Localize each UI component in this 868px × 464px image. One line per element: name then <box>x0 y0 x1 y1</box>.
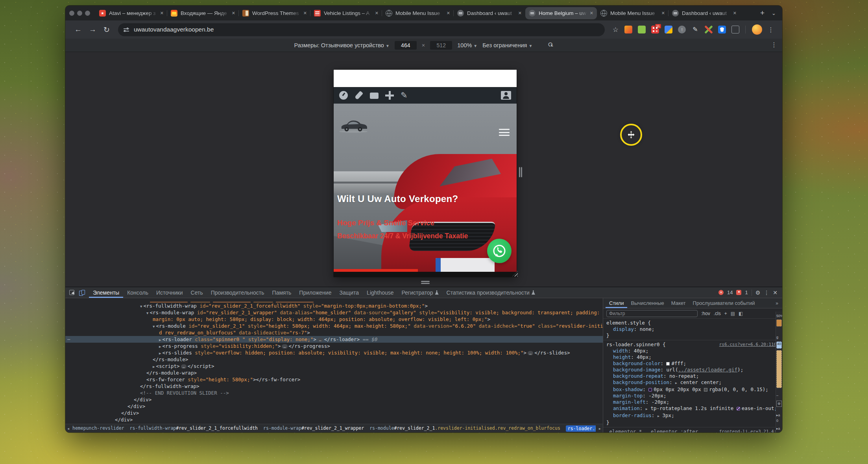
swbz-swatch[interactable] <box>737 407 740 410</box>
browser-tab[interactable]: Atavi – менеджер з✕ <box>96 7 167 19</box>
tab-close-icon[interactable]: ✕ <box>303 11 307 16</box>
css-resource-link[interactable]: ../assets/loader.gif <box>678 367 738 373</box>
expand-arrow-icon[interactable]: ▶ <box>675 381 679 385</box>
breadcrumb-item[interactable]: rs-module-wrap#rev_slider_2_1_wrapper <box>263 425 364 432</box>
tree-row[interactable]: </div> <box>65 416 603 423</box>
devtools-tab[interactable]: Статистика производительности <box>443 287 539 298</box>
css-property[interactable]: height: 40px; <box>606 354 779 360</box>
device-toolbar-toggle-icon[interactable] <box>79 290 85 295</box>
tree-row[interactable]: </rs-fullwidth-wrap> <box>65 383 603 390</box>
ext-translate-icon[interactable] <box>665 26 672 33</box>
throttling-select[interactable]: Без ограничения▼ <box>482 42 532 48</box>
tree-row[interactable]: </rs-module> <box>65 356 603 363</box>
ext-clipboard-icon[interactable] <box>731 26 739 33</box>
close-window-button[interactable] <box>69 11 74 16</box>
browser-tab[interactable]: WordPress Themes✕ <box>239 7 310 19</box>
sidebar-toggle-icon[interactable]: ◧ <box>739 311 743 316</box>
reload-button[interactable]: ↻ <box>100 25 113 34</box>
stylesheet-link[interactable]: rs6.css?ver=6.6.20:1100 <box>719 342 779 348</box>
new-content-plus-icon[interactable] <box>385 91 394 100</box>
devtools-tab[interactable]: Источники <box>152 287 187 298</box>
css-property[interactable]: background-image: url(../assets/loader.g… <box>606 367 779 373</box>
breadcrumb-item[interactable]: rs-loader.spinner0. <box>566 425 596 432</box>
user-account-icon[interactable] <box>501 91 511 100</box>
tree-row[interactable] <box>65 299 603 303</box>
styles-tab[interactable]: Макет <box>668 298 689 308</box>
edit-pencil-icon[interactable] <box>401 91 409 100</box>
devtools-tab[interactable]: Lighthouse <box>363 287 398 298</box>
ext-green-icon[interactable] <box>638 26 646 33</box>
zoom-window-button[interactable] <box>85 11 90 16</box>
tree-row[interactable]: margin: 0px auto; height: 580px; display… <box>65 316 603 323</box>
css-property[interactable]: background-color: #fff; <box>606 360 779 367</box>
swd-swatch[interactable] <box>704 388 707 392</box>
bookmark-star-icon[interactable]: ☆ <box>609 26 622 34</box>
forward-button[interactable]: → <box>85 25 100 34</box>
tree-row[interactable]: </div> <box>65 410 603 416</box>
tree-row[interactable]: </div> <box>65 403 603 410</box>
device-type-select[interactable]: Размеры: Отзывчивое устройство▼ <box>294 42 389 48</box>
css-selector[interactable]: rs-loader.spinner0 { <box>606 342 666 348</box>
css-selector[interactable]: element.style { <box>606 320 651 326</box>
devtools-tab[interactable]: Защита <box>335 287 363 298</box>
styles-tab[interactable]: Стили <box>606 298 627 308</box>
toggle-class-button[interactable]: .cls <box>714 311 721 316</box>
tab-close-icon[interactable]: ✕ <box>518 11 522 16</box>
issues-count[interactable]: 1 <box>745 290 748 295</box>
error-badge-icon[interactable]: ✕ <box>718 290 724 295</box>
tab-close-icon[interactable]: ✕ <box>447 11 450 16</box>
swsh-swatch[interactable] <box>648 388 652 392</box>
css-property[interactable]: width: 40px; <box>606 348 779 354</box>
tab-close-icon[interactable]: ✕ <box>590 11 593 16</box>
toggle-hover-state-button[interactable]: :hov <box>701 311 710 316</box>
site-settings-icon[interactable] <box>124 27 129 32</box>
breadcrumb-item[interactable]: rs-fullwidth-wrap#rev_slider_2_1_forcefu… <box>130 425 258 432</box>
address-bar[interactable]: uwautovandaagverkoopen.be <box>118 23 605 36</box>
site-logo[interactable] <box>338 115 369 135</box>
computed-styles-icon[interactable]: ▤ <box>731 311 735 316</box>
viewport-resize-handle-right[interactable] <box>519 167 522 177</box>
tree-row[interactable]: </div> <box>65 396 603 403</box>
new-style-rule-button[interactable]: + <box>724 311 727 316</box>
css-property[interactable]: display: none; <box>606 326 779 332</box>
tree-row[interactable]: ▼<rs-module-wrap id="rev_slider_2_1_wrap… <box>65 309 603 316</box>
devtools-tab[interactable]: Консоль <box>123 287 152 298</box>
ext-shield-icon[interactable] <box>718 26 726 33</box>
more-tabs-icon[interactable]: » <box>776 301 780 306</box>
css-property[interactable]: margin-left: -20px; <box>606 399 779 405</box>
tree-row[interactable]: ▶<script>…</script> <box>65 363 603 369</box>
comments-icon[interactable] <box>370 93 379 99</box>
error-count[interactable]: 14 <box>727 290 733 295</box>
customize-brush-icon[interactable] <box>355 91 363 100</box>
devtools-tab[interactable]: Приложение <box>295 287 335 298</box>
devtools-menu-icon[interactable]: ⋮ <box>764 290 769 296</box>
url-text[interactable]: uwautovandaagverkoopen.be <box>134 26 214 33</box>
sww-swatch[interactable] <box>666 362 670 366</box>
stylesheet-link[interactable]: frontend-li…er=3.21.4:2 <box>719 429 779 432</box>
tab-close-icon[interactable]: ✕ <box>160 11 164 16</box>
styles-tab[interactable]: Прослушиватели событий <box>689 298 759 308</box>
tab-close-icon[interactable]: ✕ <box>375 11 379 16</box>
zoom-select[interactable]: 100%▼ <box>457 42 477 48</box>
browser-tab[interactable]: Входящие — Янде✕ <box>167 7 239 19</box>
back-button[interactable]: ← <box>71 25 85 34</box>
devtools-close-icon[interactable]: ✕ <box>773 290 778 296</box>
browser-menu-icon[interactable]: ⋮ <box>765 26 777 33</box>
tree-row[interactable]: </rs-module-wrap> <box>65 369 603 376</box>
devtools-tab[interactable]: Элементы <box>89 287 123 298</box>
ext-gray-icon[interactable] <box>678 26 686 33</box>
tree-row[interactable]: d rev_redraw_on_blurfocus" data-slideact… <box>65 329 603 336</box>
whatsapp-button[interactable] <box>487 239 512 263</box>
tree-row[interactable]: <rs-fw-forcer style="height: 580px;"></r… <box>65 376 603 383</box>
browser-tab[interactable]: Home Belgium – uw✕ <box>525 7 597 19</box>
styles-filter-input[interactable]: Фильтр <box>606 310 698 317</box>
tree-row[interactable]: ▼<rs-module id="rev_slider_2_1" style="h… <box>65 323 603 329</box>
viewport-height-input[interactable]: 512 <box>430 41 452 50</box>
browser-tab[interactable]: Vehicle Listings – A✕ <box>310 7 382 19</box>
device-toolbar-menu-icon[interactable]: ⋮ <box>768 41 780 48</box>
css-property[interactable]: animation: ▶ tp-rotateplane 1.2s infinit… <box>606 405 779 412</box>
css-property[interactable]: box-shadow: 0px 0px 20px 0px rgba(0, 0, … <box>606 386 779 393</box>
devtools-tab[interactable]: Регистратор <box>398 287 443 298</box>
css-property[interactable]: background-position: ▶ center center; <box>606 379 779 386</box>
tab-search-chevron-icon[interactable]: ⌄ <box>769 10 778 16</box>
